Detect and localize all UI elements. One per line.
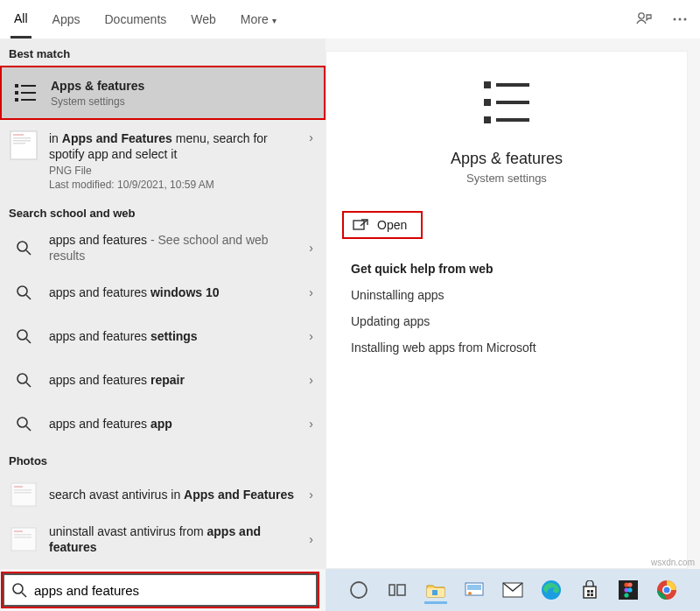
svg-rect-52 — [587, 590, 590, 593]
svg-rect-30 — [14, 530, 23, 532]
more-options-icon[interactable] — [672, 11, 688, 27]
svg-rect-55 — [591, 593, 593, 596]
svg-point-3 — [684, 18, 687, 21]
svg-rect-7 — [21, 85, 36, 87]
search-icon — [9, 277, 38, 307]
taskbar-cortana-icon[interactable] — [347, 579, 370, 601]
chevron-right-icon: › — [309, 241, 313, 255]
open-button[interactable]: Open — [342, 211, 423, 239]
svg-line-18 — [26, 295, 31, 299]
chevron-right-icon: › — [309, 532, 313, 546]
svg-point-15 — [18, 242, 27, 251]
svg-point-40 — [13, 584, 23, 593]
help-link-2[interactable]: Installing web apps from Microsoft — [351, 341, 662, 355]
web-result-3[interactable]: apps and features repair› — [0, 358, 326, 402]
watermark: wsxdn.com — [651, 558, 695, 567]
help-link-1[interactable]: Updating apps — [351, 314, 662, 328]
web-result-0[interactable]: apps and features - See school and web r… — [0, 225, 326, 270]
svg-point-58 — [627, 582, 632, 586]
tab-documents[interactable]: Documents — [101, 2, 170, 37]
best-match-subtitle: System settings — [51, 95, 298, 108]
search-icon — [9, 321, 38, 351]
svg-point-21 — [18, 374, 27, 383]
chevron-right-icon: › — [309, 130, 313, 144]
svg-rect-11 — [13, 134, 24, 136]
svg-rect-33 — [484, 81, 491, 88]
filter-tabs: All Apps Documents Web More — [0, 0, 700, 39]
svg-line-22 — [26, 383, 31, 387]
search-icon — [11, 582, 27, 598]
tab-all[interactable]: All — [10, 1, 32, 39]
open-label: Open — [377, 218, 407, 232]
svg-point-17 — [18, 286, 27, 296]
svg-rect-35 — [484, 116, 491, 123]
taskbar-taskview-icon[interactable] — [386, 579, 409, 601]
apps-features-icon — [10, 78, 40, 108]
taskbar-snip-icon[interactable] — [463, 579, 486, 601]
section-best-match: Best match — [0, 39, 326, 66]
help-title: Get quick help from web — [351, 262, 662, 276]
best-match-title: Apps & features — [51, 78, 298, 94]
svg-rect-6 — [15, 98, 18, 102]
search-icon — [9, 233, 38, 263]
section-photos: Photos — [0, 446, 326, 473]
web-result-title: apps and features app — [49, 416, 299, 432]
taskbar-explorer-icon[interactable] — [424, 581, 447, 604]
web-result-title: apps and features settings — [49, 328, 299, 344]
svg-rect-28 — [14, 492, 32, 494]
web-result-4[interactable]: apps and features app› — [0, 402, 326, 446]
svg-rect-14 — [13, 143, 25, 144]
web-result-2[interactable]: apps and features settings› — [0, 314, 326, 358]
chevron-right-icon: › — [309, 285, 313, 299]
png-result[interactable]: in Apps and Features menu, search for sp… — [0, 120, 326, 197]
svg-rect-46 — [432, 590, 438, 595]
photo-result-1[interactable]: uninstall avast antivirus from apps and … — [0, 516, 326, 562]
svg-point-2 — [679, 18, 682, 21]
chevron-right-icon: › — [309, 373, 313, 387]
search-icon — [9, 409, 38, 439]
photo-result-title: search avast antivirus in Apps and Featu… — [49, 487, 299, 502]
preview-icon — [475, 76, 538, 132]
taskbar-chrome-icon[interactable] — [655, 579, 678, 601]
svg-line-20 — [26, 339, 31, 343]
svg-rect-32 — [14, 537, 32, 538]
best-match-result[interactable]: Apps & features System settings — [0, 66, 326, 120]
help-link-0[interactable]: Uninstalling apps — [351, 288, 662, 302]
svg-point-0 — [639, 13, 644, 18]
web-result-title: apps and features repair — [49, 372, 299, 388]
tab-more[interactable]: More — [237, 2, 280, 37]
svg-rect-12 — [13, 137, 31, 139]
search-icon — [9, 365, 38, 395]
web-result-title: apps and features windows 10 — [49, 284, 299, 300]
taskbar-edge-icon[interactable] — [540, 579, 563, 601]
svg-point-19 — [18, 330, 27, 340]
results-pane: Best match Apps & features System settin… — [0, 39, 326, 569]
svg-rect-43 — [389, 585, 395, 595]
taskbar-mail-icon[interactable] — [501, 579, 524, 601]
svg-rect-37 — [496, 101, 529, 104]
preview-pane: Apps & features System settings Open Get… — [326, 51, 688, 569]
taskbar-store-icon[interactable] — [578, 579, 601, 601]
svg-rect-4 — [15, 84, 18, 88]
open-icon — [353, 218, 368, 232]
png-modified: Last modified: 10/9/2021, 10:59 AM — [49, 179, 299, 191]
tab-web[interactable]: Web — [187, 2, 220, 37]
photo-result-title: uninstall avast antivirus from apps and … — [49, 523, 299, 555]
taskbar — [326, 569, 700, 611]
preview-title: Apps & features — [326, 150, 687, 168]
svg-rect-38 — [496, 118, 529, 122]
web-result-1[interactable]: apps and features windows 10› — [0, 270, 326, 314]
chevron-right-icon: › — [309, 329, 313, 343]
svg-rect-44 — [397, 585, 405, 595]
feedback-icon[interactable] — [635, 11, 653, 28]
search-input[interactable] — [34, 583, 316, 598]
taskbar-figma-icon[interactable] — [617, 579, 640, 601]
svg-point-1 — [674, 18, 676, 21]
svg-point-64 — [664, 587, 670, 593]
svg-point-60 — [627, 587, 632, 592]
tab-apps[interactable]: Apps — [49, 2, 84, 37]
photo-thumbnail-icon — [9, 480, 38, 509]
png-thumbnail-icon — [9, 130, 38, 160]
svg-rect-34 — [484, 99, 491, 106]
photo-result-0[interactable]: search avast antivirus in Apps and Featu… — [0, 473, 326, 516]
